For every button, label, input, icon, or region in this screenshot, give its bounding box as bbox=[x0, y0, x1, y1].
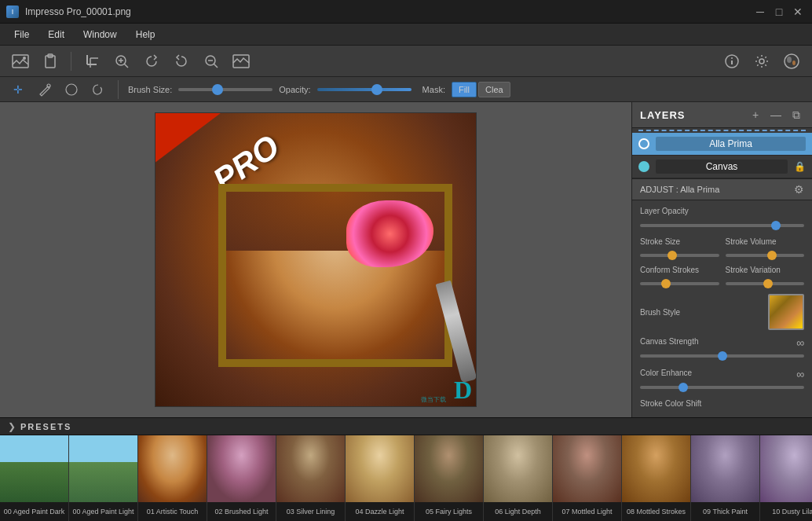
menu-file[interactable]: File bbox=[6, 26, 37, 43]
adjust-content: Layer Opacity Stroke Size Stroke Volume … bbox=[632, 200, 812, 417]
preset-thumb-9 bbox=[622, 435, 690, 502]
preset-item-8[interactable]: 07 Mottled Light bbox=[553, 435, 622, 521]
canvas-strength-slider[interactable] bbox=[640, 354, 804, 358]
stroke-size-volume-row: Stroke Size Stroke Volume bbox=[640, 237, 804, 259]
preset-item-5[interactable]: 04 Dazzle Light bbox=[346, 435, 415, 521]
layer-opacity-slider[interactable] bbox=[640, 224, 804, 227]
layer-item-alla-prima[interactable]: Alla Prima bbox=[632, 133, 812, 156]
remove-layer-btn[interactable]: — bbox=[768, 107, 784, 123]
presets-label: PRESETS bbox=[20, 422, 71, 431]
maximize-button[interactable]: □ bbox=[771, 4, 787, 20]
layer-radio-alla-prima[interactable] bbox=[638, 138, 649, 149]
layers-header: LAYERS + — ⧉ bbox=[632, 102, 812, 128]
preset-item-7[interactable]: 06 Light Depth bbox=[484, 435, 553, 521]
preset-item-11[interactable]: 10 Dusty Lilac bbox=[760, 435, 812, 521]
canvas-area[interactable]: PRO D 微当下载 bbox=[0, 102, 631, 417]
mask-clear-btn[interactable]: Clea bbox=[478, 82, 510, 97]
opacity-slider[interactable] bbox=[317, 88, 411, 91]
brush-size-label: Brush Size: bbox=[128, 85, 172, 94]
preset-item-0[interactable]: 00 Aged Paint Dark bbox=[0, 435, 69, 521]
titlebar: I Impresso Pro_00001.png ─ □ ✕ bbox=[0, 0, 812, 24]
lasso-tool[interactable] bbox=[88, 79, 108, 100]
preset-label-1: 00 Aged Paint Light bbox=[69, 502, 137, 521]
adjust-settings-icon[interactable]: ⚙ bbox=[794, 183, 804, 196]
presets-strip: 00 Aged Paint Dark 00 Aged Paint Light 0… bbox=[0, 435, 812, 521]
conform-strokes-slider[interactable] bbox=[640, 282, 719, 285]
menubar: File Edit Window Help bbox=[0, 24, 812, 46]
menu-edit[interactable]: Edit bbox=[40, 26, 72, 43]
menu-help[interactable]: Help bbox=[128, 26, 163, 43]
stroke-volume-col: Stroke Volume bbox=[726, 237, 805, 259]
stroke-color-shift-label: Stroke Color Shift bbox=[640, 399, 804, 408]
preset-thumb-0 bbox=[0, 435, 68, 502]
move-tool[interactable]: ✛ bbox=[8, 79, 28, 100]
preset-item-6[interactable]: 05 Fairy Lights bbox=[415, 435, 484, 521]
layers-actions: + — ⧉ bbox=[748, 107, 804, 123]
preset-item-3[interactable]: 02 Brushed Light bbox=[207, 435, 276, 521]
crop-tool-btn[interactable] bbox=[79, 49, 104, 74]
preset-thumb-2 bbox=[138, 435, 207, 502]
stroke-size-slider[interactable] bbox=[640, 254, 719, 257]
right-panel: LAYERS + — ⧉ Alla Prima Canvas 🔒 bbox=[631, 102, 812, 417]
layer-name-alla-prima: Alla Prima bbox=[656, 137, 806, 151]
color-enhance-slider[interactable] bbox=[640, 386, 804, 389]
close-button[interactable]: ✕ bbox=[790, 4, 806, 20]
preset-label-6: 05 Fairy Lights bbox=[415, 502, 483, 521]
preset-label-10: 09 Thick Paint bbox=[691, 502, 759, 521]
eraser-tool[interactable] bbox=[61, 79, 82, 100]
preset-thumb-8 bbox=[553, 435, 621, 502]
layer-indicator bbox=[638, 130, 806, 131]
settings-btn[interactable] bbox=[749, 49, 774, 74]
stroke-variation-slider[interactable] bbox=[726, 282, 805, 285]
preset-thumb-1 bbox=[69, 435, 137, 502]
rotate-tool-btn[interactable] bbox=[139, 49, 164, 74]
preset-item-2[interactable]: 01 Artistic Touch bbox=[138, 435, 207, 521]
brush-style-preview[interactable] bbox=[768, 294, 804, 330]
canvas-strength-link[interactable]: ∞ bbox=[796, 336, 804, 349]
svg-point-24 bbox=[66, 84, 77, 95]
svg-line-9 bbox=[124, 64, 128, 68]
add-layer-btn[interactable]: + bbox=[748, 107, 763, 123]
stroke-size-col: Stroke Size bbox=[640, 237, 719, 259]
layers-list: Alla Prima Canvas 🔒 bbox=[632, 128, 812, 178]
preset-thumb-7 bbox=[484, 435, 552, 502]
image-tool-btn[interactable] bbox=[8, 49, 33, 74]
preset-label-2: 01 Artistic Touch bbox=[138, 502, 207, 521]
presets-chevron-icon: ❯ bbox=[8, 421, 16, 432]
preset-item-9[interactable]: 08 Mottled Strokes bbox=[622, 435, 691, 521]
svg-point-19 bbox=[759, 59, 764, 64]
svg-point-20 bbox=[785, 54, 799, 68]
menu-window[interactable]: Window bbox=[75, 26, 125, 43]
preset-item-10[interactable]: 09 Thick Paint bbox=[691, 435, 760, 521]
layer-opacity-row: Layer Opacity bbox=[640, 207, 804, 229]
preset-label-5: 04 Dazzle Light bbox=[346, 502, 414, 521]
preset-item-1[interactable]: 00 Aged Paint Light bbox=[69, 435, 138, 521]
brush-size-slider[interactable] bbox=[178, 88, 272, 91]
presets-bar[interactable]: ❯ PRESETS bbox=[0, 417, 812, 435]
color-enhance-link[interactable]: ∞ bbox=[796, 368, 804, 380]
mask-label: Mask: bbox=[422, 85, 445, 94]
paint-btn[interactable] bbox=[779, 49, 804, 74]
zoom-in-btn[interactable] bbox=[109, 49, 134, 74]
stroke-volume-slider[interactable] bbox=[726, 254, 805, 257]
preset-item-4[interactable]: 03 Silver Lining bbox=[276, 435, 346, 521]
svg-point-17 bbox=[731, 57, 733, 59]
brush-tool[interactable] bbox=[35, 79, 55, 100]
layer-item-canvas[interactable]: Canvas 🔒 bbox=[632, 156, 812, 178]
zoom-out-btn[interactable] bbox=[199, 49, 224, 74]
mask-fill-btn[interactable]: Fill bbox=[452, 82, 477, 97]
layer-name-canvas: Canvas bbox=[656, 160, 788, 174]
layer-radio-canvas[interactable] bbox=[638, 161, 649, 172]
conform-strokes-label: Conform Strokes bbox=[640, 266, 719, 274]
export-tool-btn[interactable] bbox=[229, 49, 254, 74]
duplicate-layer-btn[interactable]: ⧉ bbox=[788, 107, 804, 123]
layer-opacity-label: Layer Opacity bbox=[640, 207, 804, 215]
redo-tool-btn[interactable] bbox=[169, 49, 194, 74]
main-area: PRO D 微当下载 LAYERS + — bbox=[0, 102, 812, 417]
info-btn[interactable] bbox=[719, 49, 744, 74]
preset-label-0: 00 Aged Paint Dark bbox=[0, 502, 68, 521]
stroke-variation-col: Stroke Variation bbox=[726, 266, 805, 288]
minimize-button[interactable]: ─ bbox=[752, 4, 768, 20]
clipboard-tool-btn[interactable] bbox=[38, 49, 63, 74]
painting-frame bbox=[218, 184, 452, 367]
